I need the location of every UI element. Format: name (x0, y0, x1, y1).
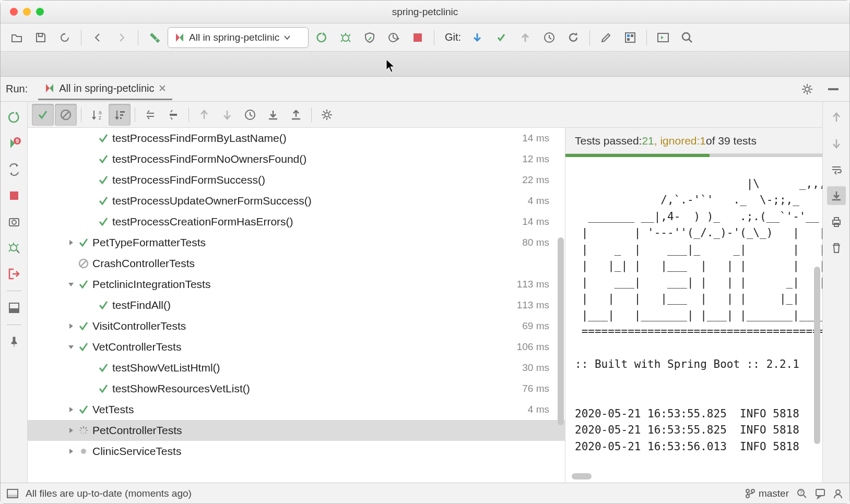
pin-button[interactable] (5, 332, 23, 351)
expand-toggle[interactable] (65, 239, 77, 246)
console-horizontal-scrollbar[interactable] (572, 473, 592, 479)
close-icon[interactable] (159, 85, 166, 92)
test-tree-row[interactable]: VisitControllerTests69 ms (28, 316, 565, 337)
expand-toggle[interactable] (65, 344, 77, 350)
git-history-button[interactable] (538, 27, 560, 49)
sort-duration-button[interactable] (109, 104, 131, 126)
export-tests-button[interactable] (285, 104, 307, 126)
notifications-widget[interactable] (815, 488, 825, 499)
sort-alpha-button[interactable]: az (86, 104, 108, 126)
dump-threads-button[interactable] (5, 212, 23, 231)
stop-tests-button[interactable] (5, 186, 23, 205)
expand-toggle[interactable] (65, 281, 77, 287)
scroll-to-end-button[interactable] (827, 186, 846, 205)
test-name: CrashControllerTests (92, 257, 549, 270)
run-config-dropdown[interactable]: All in spring-petclinic (168, 27, 309, 48)
soft-wrap-button[interactable] (827, 160, 846, 179)
svg-rect-25 (120, 111, 125, 113)
prev-failed-button[interactable] (193, 104, 215, 126)
run-tab[interactable]: All in spring-petclinic (38, 78, 172, 100)
status-icon (97, 217, 110, 227)
open-button[interactable] (6, 27, 28, 49)
test-tree-row[interactable]: PetclinicIntegrationTests113 ms (28, 274, 565, 295)
test-tree-row[interactable]: testFindAll()113 ms (28, 295, 565, 316)
svg-rect-13 (828, 88, 839, 90)
git-branch-widget[interactable]: master (745, 488, 789, 499)
profile-button[interactable] (383, 27, 405, 49)
console-vertical-scrollbar[interactable] (814, 267, 820, 444)
analyze-button[interactable] (5, 238, 23, 257)
exit-button[interactable] (5, 265, 23, 283)
expand-toggle[interactable] (65, 448, 77, 454)
console-output[interactable]: |\ _,,,--,,_ /,`.-'`' ._ \-;;,_ _______ … (565, 157, 822, 483)
settings-button[interactable] (595, 27, 617, 49)
test-tree[interactable]: testProcessFindFormByLastName()14 mstest… (28, 128, 565, 483)
test-tree-row[interactable]: VetTests4 ms (28, 399, 565, 420)
test-tree-row[interactable]: testProcessCreationFormHasErrors()14 ms (28, 211, 565, 232)
git-update-button[interactable] (466, 27, 488, 49)
import-tests-button[interactable] (262, 104, 284, 126)
expand-all-button[interactable] (139, 104, 161, 126)
save-all-button[interactable] (30, 27, 52, 49)
test-duration: 80 ms (522, 237, 549, 248)
test-tree-row[interactable]: testProcessUpdateOwnerFormSuccess()4 ms (28, 190, 565, 211)
nav-forward-button[interactable] (111, 27, 133, 49)
expand-toggle[interactable] (65, 323, 77, 329)
test-tree-row[interactable]: PetTypeFormatterTests80 ms (28, 232, 565, 253)
show-passed-toggle[interactable] (32, 104, 54, 126)
rerun-failed-button[interactable]: 9 (5, 134, 23, 153)
run-anything-button[interactable] (652, 27, 674, 49)
hide-tool-button[interactable] (822, 78, 844, 100)
tool-windows-button[interactable] (7, 489, 18, 498)
print-button[interactable] (827, 212, 846, 231)
test-tree-row[interactable]: testShowResourcesVetList()76 ms (28, 378, 565, 399)
svg-rect-1 (156, 38, 160, 42)
test-tree-row[interactable]: CrashControllerTests (28, 253, 565, 274)
test-tree-row[interactable]: testProcessFindFormSuccess()22 ms (28, 170, 565, 190)
svg-point-11 (682, 33, 690, 40)
reload-button[interactable] (54, 27, 76, 49)
rerun-button[interactable] (5, 108, 23, 127)
show-ignored-toggle[interactable] (55, 104, 77, 126)
test-tree-row[interactable]: testShowVetListHtml()30 ms (28, 357, 565, 378)
expand-toggle[interactable] (65, 427, 77, 434)
clear-all-button[interactable] (827, 238, 846, 257)
next-failed-button[interactable] (216, 104, 238, 126)
test-tree-row[interactable]: ClinicServiceTests (28, 441, 565, 462)
test-settings-button[interactable] (316, 104, 338, 126)
test-tree-scrollbar[interactable] (558, 237, 564, 425)
git-commit-button[interactable] (490, 27, 512, 49)
svg-rect-21 (9, 308, 19, 313)
debug-button[interactable] (335, 27, 357, 49)
test-tree-row[interactable]: PetControllerTests (28, 420, 565, 441)
test-duration: 30 ms (522, 362, 549, 374)
project-structure-button[interactable] (619, 27, 641, 49)
layout-button[interactable] (5, 298, 23, 317)
git-rollback-button[interactable] (562, 27, 584, 49)
run-tool-header: Run: All in spring-petclinic (1, 77, 849, 102)
window-title: spring-petclinic (1, 6, 849, 18)
expand-toggle[interactable] (65, 406, 77, 413)
test-duration: 14 ms (522, 216, 549, 227)
test-history-button[interactable] (239, 104, 261, 126)
search-everywhere-button[interactable] (676, 27, 698, 49)
tool-settings-button[interactable] (796, 78, 818, 100)
stop-button[interactable] (407, 27, 429, 49)
test-tree-row[interactable]: VetControllerTests106 ms (28, 337, 565, 357)
memory-widget[interactable] (833, 488, 843, 499)
toggle-auto-test-button[interactable] (5, 160, 23, 179)
scroll-down-button[interactable] (827, 134, 846, 153)
run-config-icon (44, 83, 55, 93)
git-push-button[interactable] (514, 27, 536, 49)
test-duration: 14 ms (522, 133, 549, 144)
collapse-all-button[interactable] (162, 104, 184, 126)
inspections-widget[interactable]: ? (796, 488, 808, 499)
run-left-gutter: 9 (1, 102, 28, 483)
test-tree-row[interactable]: testProcessFindFormNoOwnersFound()12 ms (28, 149, 565, 170)
test-tree-row[interactable]: testProcessFindFormByLastName()14 ms (28, 128, 565, 149)
build-button[interactable] (144, 27, 166, 49)
scroll-up-button[interactable] (827, 108, 846, 127)
run-button[interactable] (311, 27, 333, 49)
nav-back-button[interactable] (87, 27, 109, 49)
coverage-button[interactable] (359, 27, 381, 49)
